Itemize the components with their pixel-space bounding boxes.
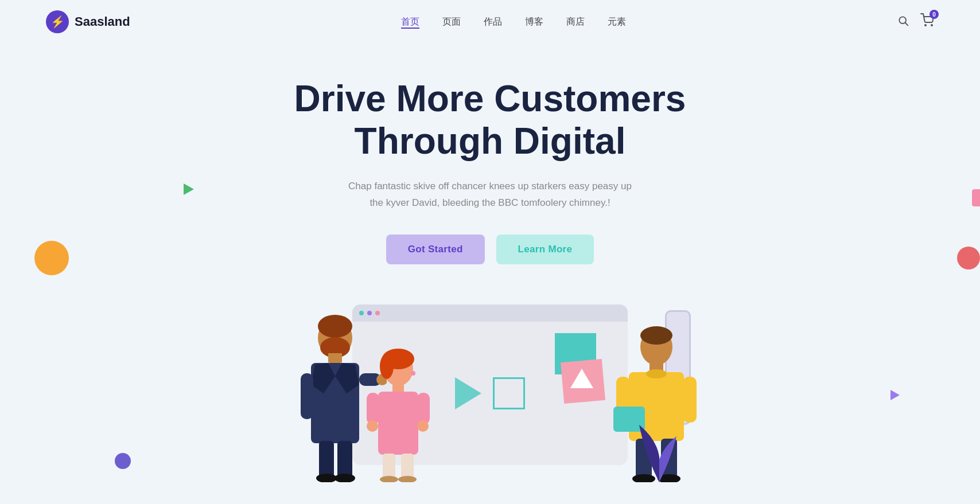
svg-point-32 <box>380 476 398 482</box>
svg-point-28 <box>367 420 378 432</box>
hero-title: Drive More Customers Through Digital <box>294 78 686 162</box>
learn-more-button[interactable]: Learn More <box>496 235 594 264</box>
nav-item-shop[interactable]: 商店 <box>566 16 585 28</box>
svg-point-2 <box>925 25 926 26</box>
plant-decoration <box>636 413 682 482</box>
svg-point-33 <box>398 476 417 482</box>
hero-subtitle: Chap fantastic skive off chancer knees u… <box>341 178 639 212</box>
svg-rect-26 <box>367 393 379 424</box>
svg-point-3 <box>931 25 932 26</box>
svg-point-38 <box>646 369 667 378</box>
navbar: ⚡ Saasland 首页 页面 作品 博客 商店 元素 <box>0 0 980 44</box>
svg-rect-27 <box>417 393 430 424</box>
svg-rect-16 <box>319 441 334 478</box>
nav-right: 0 <box>897 13 934 30</box>
svg-point-35 <box>640 326 672 345</box>
nav-links: 首页 页面 作品 博客 商店 元素 <box>401 16 626 28</box>
svg-rect-17 <box>337 441 352 478</box>
hero-section: Drive More Customers Through Digital Cha… <box>0 44 980 482</box>
svg-rect-25 <box>378 392 418 455</box>
svg-rect-30 <box>383 454 395 479</box>
logo[interactable]: ⚡ Saasland <box>46 10 130 33</box>
nav-item-portfolio[interactable]: 作品 <box>484 16 502 28</box>
nav-item-pages[interactable]: 页面 <box>442 16 461 28</box>
nav-item-home[interactable]: 首页 <box>401 16 419 28</box>
nav-item-elements[interactable]: 元素 <box>608 16 626 28</box>
svg-line-1 <box>905 22 908 25</box>
cart-badge: 0 <box>930 10 939 19</box>
nav-item-blog[interactable]: 博客 <box>525 16 543 28</box>
screen-top-bar <box>352 304 628 322</box>
svg-rect-15 <box>301 373 313 419</box>
triangle-icon <box>570 369 593 388</box>
svg-point-23 <box>411 371 415 376</box>
svg-rect-24 <box>392 384 404 393</box>
svg-point-22 <box>380 354 394 379</box>
cart-button[interactable]: 0 <box>920 13 934 30</box>
svg-rect-31 <box>401 454 414 479</box>
svg-point-5 <box>318 315 352 338</box>
play-icon <box>455 377 481 409</box>
search-icon[interactable] <box>897 15 909 29</box>
got-started-button[interactable]: Got Started <box>386 235 485 264</box>
logo-icon: ⚡ <box>46 10 69 33</box>
square-icon <box>493 377 525 409</box>
hero-illustration <box>266 299 714 482</box>
svg-point-29 <box>417 420 429 432</box>
svg-rect-41 <box>683 377 697 423</box>
logo-text: Saasland <box>75 14 130 29</box>
person2-woman <box>361 345 435 482</box>
hero-buttons: Got Started Learn More <box>386 235 594 264</box>
